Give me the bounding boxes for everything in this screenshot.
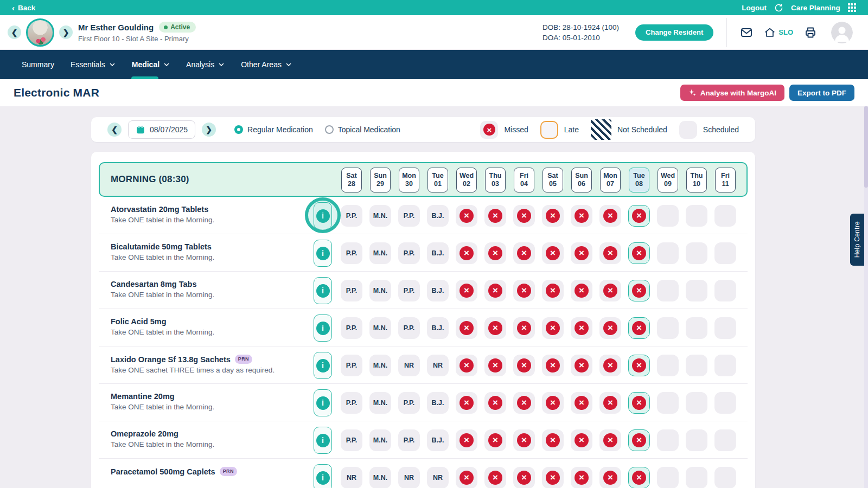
- mar-cell-mon-07[interactable]: ×: [599, 429, 621, 451]
- mar-cell-sat-28[interactable]: P.P.: [341, 280, 362, 301]
- mar-cell-fri-11[interactable]: [714, 429, 736, 451]
- mar-cell-tue-01[interactable]: B.J.: [427, 280, 449, 301]
- mar-cell-thu-10[interactable]: [686, 205, 707, 227]
- mar-cell-tue-08[interactable]: ×: [628, 467, 650, 488]
- mar-cell-tue-01[interactable]: B.J.: [427, 392, 449, 414]
- mar-cell-wed-02[interactable]: ×: [456, 317, 477, 339]
- mar-cell-thu-03[interactable]: ×: [484, 242, 506, 264]
- mar-cell-tue-01[interactable]: B.J.: [427, 429, 449, 451]
- mar-cell-thu-10[interactable]: [686, 467, 707, 488]
- export-to-pdf-button[interactable]: Export to PDF: [789, 85, 854, 101]
- mar-cell-sat-28[interactable]: P.P.: [341, 392, 362, 414]
- mar-cell-sat-28[interactable]: P.P.: [341, 429, 362, 451]
- mar-cell-tue-01[interactable]: NR: [427, 355, 449, 376]
- day-chip-sat-05[interactable]: Sat05: [542, 168, 563, 192]
- mar-cell-mon-30[interactable]: P.P.: [398, 205, 420, 227]
- mar-cell-mon-30[interactable]: P.P.: [398, 242, 420, 264]
- mar-cell-fri-04[interactable]: ×: [513, 205, 535, 227]
- mar-cell-wed-02[interactable]: ×: [456, 205, 477, 227]
- analyse-with-margoai-button[interactable]: Analyse with MargoAI: [680, 85, 784, 101]
- nav-item-essentials[interactable]: Essentials: [62, 50, 124, 79]
- next-date-button[interactable]: ❯: [202, 123, 216, 137]
- app-grid-icon[interactable]: [848, 3, 856, 11]
- mar-cell-sat-28[interactable]: P.P.: [341, 317, 362, 339]
- mar-cell-tue-08[interactable]: ×: [628, 355, 650, 376]
- mar-cell-mon-30[interactable]: P.P.: [398, 392, 420, 414]
- home-link[interactable]: SLO: [764, 27, 793, 38]
- mar-cell-wed-09[interactable]: [657, 429, 679, 451]
- day-chip-sun-06[interactable]: Sun06: [571, 168, 592, 192]
- medication-info-button[interactable]: i: [314, 389, 332, 416]
- medication-info-button[interactable]: i: [314, 352, 332, 379]
- mar-cell-wed-09[interactable]: [657, 355, 679, 376]
- mar-cell-fri-11[interactable]: [714, 317, 736, 339]
- mar-cell-sun-06[interactable]: ×: [571, 467, 592, 488]
- mar-cell-tue-01[interactable]: B.J.: [427, 317, 449, 339]
- day-chip-tue-08[interactable]: Tue08: [629, 168, 649, 192]
- mar-cell-tue-01[interactable]: B.J.: [427, 205, 449, 227]
- mar-cell-wed-02[interactable]: ×: [456, 392, 477, 414]
- mar-cell-thu-10[interactable]: [686, 317, 707, 339]
- mar-cell-mon-07[interactable]: ×: [599, 242, 621, 264]
- radio-regular-medication[interactable]: Regular Medication: [234, 125, 313, 134]
- nav-item-analysis[interactable]: Analysis: [178, 50, 233, 79]
- medication-info-button[interactable]: i: [314, 240, 332, 267]
- mar-cell-fri-11[interactable]: [714, 280, 736, 301]
- mar-cell-mon-30[interactable]: NR: [398, 355, 420, 376]
- medication-info-button[interactable]: i: [314, 277, 332, 304]
- mar-cell-tue-08[interactable]: ×: [628, 317, 650, 339]
- mar-cell-tue-01[interactable]: NR: [427, 467, 449, 488]
- medication-info-button[interactable]: i: [314, 314, 332, 342]
- mar-cell-sun-29[interactable]: M.N.: [369, 429, 391, 451]
- mar-cell-sat-05[interactable]: ×: [542, 280, 564, 301]
- mar-cell-fri-11[interactable]: [714, 242, 736, 264]
- mar-cell-fri-11[interactable]: [714, 467, 736, 488]
- day-chip-mon-30[interactable]: Mon30: [399, 168, 419, 192]
- mar-cell-thu-03[interactable]: ×: [484, 467, 506, 488]
- mar-cell-mon-07[interactable]: ×: [599, 467, 621, 488]
- app-name-label[interactable]: Care Planning: [791, 4, 840, 12]
- user-avatar[interactable]: [831, 22, 853, 43]
- medication-info-button[interactable]: i: [314, 202, 332, 229]
- mar-cell-fri-04[interactable]: ×: [513, 429, 535, 451]
- mar-cell-tue-08[interactable]: ×: [628, 280, 650, 301]
- mar-cell-tue-08[interactable]: ×: [628, 205, 650, 227]
- radio-topical-medication[interactable]: Topical Medication: [325, 125, 400, 134]
- logout-button[interactable]: Logout: [742, 4, 767, 12]
- mar-cell-mon-07[interactable]: ×: [599, 205, 621, 227]
- mar-cell-fri-11[interactable]: [714, 355, 736, 376]
- mar-cell-thu-03[interactable]: ×: [484, 205, 506, 227]
- nav-item-other-areas[interactable]: Other Areas: [233, 50, 300, 79]
- mar-cell-sat-28[interactable]: NR: [341, 467, 362, 488]
- mar-cell-sun-29[interactable]: M.N.: [369, 355, 391, 376]
- mar-cell-fri-04[interactable]: ×: [513, 317, 535, 339]
- mar-cell-sun-06[interactable]: ×: [571, 355, 592, 376]
- mar-cell-tue-01[interactable]: B.J.: [427, 242, 449, 264]
- day-chip-sat-28[interactable]: Sat28: [341, 168, 362, 192]
- help-centre-tab[interactable]: Help Centre: [850, 214, 864, 266]
- previous-date-button[interactable]: ❮: [107, 123, 122, 137]
- mar-cell-sun-29[interactable]: M.N.: [369, 317, 391, 339]
- mar-cell-tue-08[interactable]: ×: [628, 429, 650, 451]
- mar-cell-thu-03[interactable]: ×: [484, 429, 506, 451]
- mar-cell-mon-07[interactable]: ×: [599, 355, 621, 376]
- scrollbar-track[interactable]: [864, 106, 868, 488]
- mar-cell-sun-06[interactable]: ×: [571, 392, 592, 414]
- previous-resident-button[interactable]: ❮: [8, 25, 21, 39]
- mar-cell-thu-03[interactable]: ×: [484, 392, 506, 414]
- mar-cell-fri-11[interactable]: [714, 205, 736, 227]
- mar-cell-wed-02[interactable]: ×: [456, 355, 477, 376]
- day-chip-wed-09[interactable]: Wed09: [658, 168, 678, 192]
- mar-cell-thu-10[interactable]: [686, 392, 707, 414]
- change-resident-button[interactable]: Change Resident: [635, 24, 713, 41]
- mar-cell-sat-05[interactable]: ×: [542, 467, 564, 488]
- print-icon[interactable]: [804, 26, 817, 39]
- medication-info-button[interactable]: i: [314, 464, 332, 488]
- mar-cell-wed-09[interactable]: [657, 242, 679, 264]
- mar-cell-sun-29[interactable]: M.N.: [369, 467, 391, 488]
- mar-cell-wed-09[interactable]: [657, 467, 679, 488]
- day-chip-wed-02[interactable]: Wed02: [456, 168, 477, 192]
- mar-cell-wed-09[interactable]: [657, 392, 679, 414]
- day-chip-thu-03[interactable]: Thu03: [485, 168, 506, 192]
- mar-cell-sat-05[interactable]: ×: [542, 355, 564, 376]
